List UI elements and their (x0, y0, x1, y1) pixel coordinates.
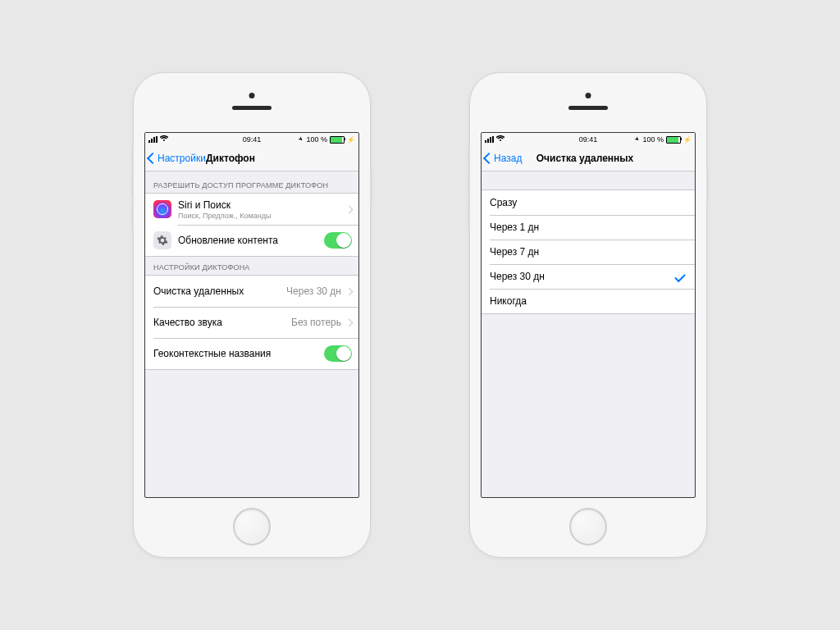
cellular-icon (485, 136, 494, 143)
wifi-icon (496, 135, 504, 144)
chevron-right-icon (345, 318, 354, 326)
siri-labels: Siri и Поиск Поиск, Предлож., Команды (178, 199, 344, 220)
chevron-left-icon (147, 153, 158, 164)
screen-voicememos-settings: 09:41 ➤ 100 % ⚡ Настройки Диктофон РАЗРЕ… (144, 132, 359, 498)
back-label: Настройки (158, 153, 206, 164)
location-icon: ➤ (298, 135, 306, 144)
status-left (148, 135, 168, 144)
screen-clear-deleted: 09:41 ➤ 100 % ⚡ Назад Очистка удаленных (481, 132, 696, 498)
earpiece-speaker (568, 106, 608, 110)
content-area: СразуЧерез 1 днЧерез 7 днЧерез 30 днНико… (482, 171, 695, 497)
phone-left: 09:41 ➤ 100 % ⚡ Настройки Диктофон РАЗРЕ… (133, 72, 371, 558)
phone-right: 09:41 ➤ 100 % ⚡ Назад Очистка удаленных (469, 72, 707, 558)
siri-subtitle: Поиск, Предлож., Команды (178, 212, 344, 220)
wifi-icon (160, 135, 168, 144)
mute-switch (468, 148, 470, 163)
row-location-naming[interactable]: Геоконтекстные названия (145, 338, 358, 369)
status-bar: 09:41 ➤ 100 % ⚡ (145, 133, 358, 146)
siri-title: Siri и Поиск (178, 199, 344, 211)
option-row[interactable]: Никогда (482, 289, 695, 313)
battery-icon (666, 136, 681, 144)
home-button[interactable] (569, 508, 607, 546)
content-area: РАЗРЕШИТЬ ДОСТУП ПРОГРАММЕ ДИКТОФОН Siri… (145, 171, 358, 497)
refresh-title: Обновление контента (178, 235, 324, 246)
battery-icon (330, 136, 345, 144)
location-icon: ➤ (634, 135, 642, 144)
volume-down-button (468, 203, 470, 227)
front-camera (249, 93, 255, 98)
audio-quality-value: Без потерь (291, 317, 341, 328)
row-clear-deleted[interactable]: Очистка удаленных Через 30 дн (145, 276, 358, 307)
option-row[interactable]: Сразу (482, 190, 695, 215)
battery-percent: 100 % (642, 135, 664, 144)
option-row[interactable]: Через 1 дн (482, 215, 695, 240)
nav-title: Диктофон (206, 153, 255, 164)
clear-deleted-title: Очистка удаленных (153, 285, 286, 297)
status-right: ➤ 100 % ⚡ (635, 135, 692, 144)
list-settings: Очистка удаленных Через 30 дн Качество з… (145, 275, 358, 370)
nav-bar: Назад Очистка удаленных (482, 146, 695, 171)
status-bar: 09:41 ➤ 100 % ⚡ (482, 133, 695, 146)
charging-icon: ⚡ (347, 136, 355, 144)
switch-background-refresh[interactable] (324, 232, 352, 249)
status-time: 09:41 (243, 135, 262, 144)
chevron-right-icon (345, 287, 354, 295)
cellular-icon (148, 136, 158, 143)
checkmark-icon (674, 271, 685, 281)
back-button[interactable]: Назад (485, 153, 522, 164)
option-row[interactable]: Через 7 дн (482, 240, 695, 264)
volume-up-button (131, 171, 134, 196)
siri-icon (153, 200, 171, 218)
status-time: 09:41 (579, 135, 598, 144)
row-siri-search[interactable]: Siri и Поиск Поиск, Предлож., Команды (145, 194, 358, 225)
refresh-label: Обновление контента (178, 235, 324, 246)
volume-up-button (468, 171, 470, 196)
option-label: Через 30 дн (490, 271, 675, 282)
list-access: Siri и Поиск Поиск, Предлож., Команды Об… (145, 193, 358, 257)
power-button (370, 170, 372, 203)
power-button (706, 170, 709, 203)
charging-icon: ⚡ (683, 136, 692, 144)
mute-switch (131, 148, 134, 163)
audio-quality-title: Качество звука (153, 317, 291, 328)
clear-deleted-value: Через 30 дн (286, 285, 341, 297)
option-label: Сразу (490, 197, 687, 208)
row-audio-quality[interactable]: Качество звука Без потерь (145, 307, 358, 338)
location-naming-title: Геоконтекстные названия (153, 348, 324, 359)
back-label: Назад (494, 153, 522, 164)
group-header-settings: НАСТРОЙКИ ДИКТОФОНА (145, 257, 358, 275)
status-right: ➤ 100 % ⚡ (299, 135, 355, 144)
group-header-access: РАЗРЕШИТЬ ДОСТУП ПРОГРАММЕ ДИКТОФОН (145, 171, 358, 193)
option-row[interactable]: Через 30 дн (482, 264, 695, 289)
back-button[interactable]: Настройки (148, 153, 206, 164)
option-label: Никогда (490, 295, 687, 307)
earpiece-speaker (232, 106, 272, 110)
list-clear-options: СразуЧерез 1 днЧерез 7 днЧерез 30 днНико… (482, 189, 695, 314)
chevron-right-icon (345, 205, 354, 213)
status-left (485, 135, 504, 144)
battery-percent: 100 % (306, 135, 327, 144)
front-camera (586, 93, 591, 98)
nav-title: Очистка удаленных (536, 153, 633, 164)
nav-bar: Настройки Диктофон (145, 146, 358, 171)
home-button[interactable] (233, 508, 271, 546)
gear-icon (153, 231, 171, 249)
volume-down-button (131, 203, 134, 227)
option-label: Через 1 дн (490, 221, 687, 233)
switch-location-naming[interactable] (324, 345, 352, 362)
option-label: Через 7 дн (490, 246, 687, 258)
row-background-refresh[interactable]: Обновление контента (145, 225, 358, 256)
chevron-left-icon (483, 153, 495, 164)
